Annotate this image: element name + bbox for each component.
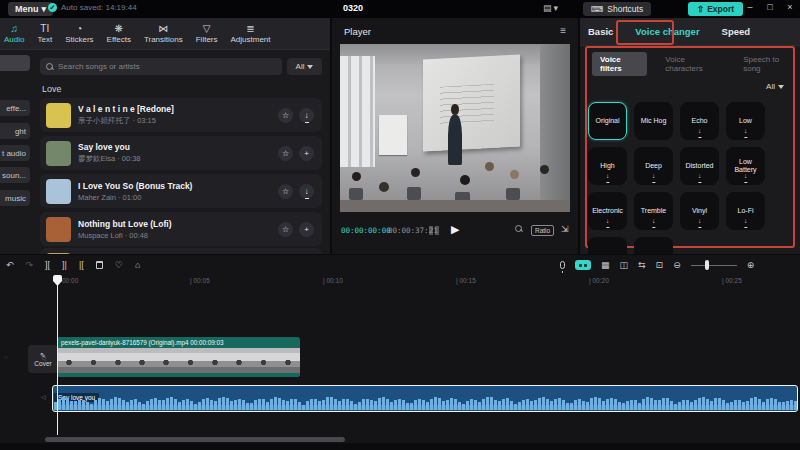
workspace-layout-button[interactable]: ▤ ▾	[543, 3, 558, 13]
voice-subtab-speech-to-song[interactable]: Speech to song	[735, 52, 800, 76]
fullscreen-icon[interactable]: ⇲	[561, 224, 569, 234]
timeline-ruler[interactable]: 00:00| 00:05| 00:10| 00:15| 00:20| 00:25	[0, 275, 800, 289]
scene-audience-head	[540, 165, 549, 174]
voice-filter-tile-deep[interactable]: Deep↓	[634, 147, 673, 185]
download-icon: ↓	[698, 215, 701, 228]
close-button[interactable]: ×	[784, 2, 796, 12]
media-library-panel: ♫AudioTIText◔Stickers❋Effects⋈Transition…	[0, 18, 330, 254]
search-input[interactable]	[58, 62, 276, 71]
main-track-magnet-button[interactable]	[575, 260, 591, 270]
library-sidebar-item[interactable]	[0, 55, 30, 71]
library-sidebar-item[interactable]: soun...	[0, 167, 30, 183]
video-preview[interactable]	[340, 44, 570, 212]
media-tab-adjustment[interactable]: ≣Adjustment	[231, 23, 271, 44]
add-to-timeline-icon[interactable]: +	[299, 146, 314, 161]
zoom-slider[interactable]	[691, 260, 737, 270]
song-row[interactable]: V a l e n t i n e [Redone]亲子小姐拜托了 · 03:1…	[40, 98, 322, 132]
preview-axis-button[interactable]: ⇆	[638, 260, 646, 270]
media-tab-audio[interactable]: ♫Audio	[4, 23, 24, 44]
download-icon: ↓	[606, 170, 609, 183]
voice-filter-tile-vinyl[interactable]: Vinyl↓	[680, 192, 719, 230]
voice-filter-tile-distorted[interactable]: Distorted↓	[680, 147, 719, 185]
voice-filter-tile-high[interactable]: High↓	[588, 147, 627, 185]
voice-filter-tile-original[interactable]: Original	[588, 102, 627, 140]
zoom-out-button[interactable]: ⊖	[673, 260, 681, 270]
media-tab-text[interactable]: TIText	[37, 23, 52, 44]
play-button[interactable]: ▶	[451, 223, 459, 236]
redo-button[interactable]: ↷	[26, 260, 34, 270]
library-sidebar-item[interactable]: ght	[0, 123, 30, 139]
voice-filter-all-button[interactable]: All	[766, 82, 784, 91]
search-box[interactable]	[40, 58, 282, 75]
voice-subtab-voice-filters[interactable]: Voice filters	[592, 52, 647, 76]
settings-tab-speed[interactable]: Speed	[722, 26, 751, 37]
voice-filter-tile[interactable]	[634, 237, 673, 254]
favorite-star-icon[interactable]: ☆	[278, 184, 293, 199]
export-button[interactable]: ⇧ Export	[688, 2, 743, 16]
song-row[interactable]: I Love You So (Bonus Track)Maher Zain · …	[40, 174, 322, 208]
voice-filter-tile-echo[interactable]: Echo↓	[680, 102, 719, 140]
horizontal-scrollbar[interactable]	[45, 437, 345, 442]
mute-audio-track-icon[interactable]: ◁	[41, 393, 46, 400]
settings-tab-voice-changer[interactable]: Voice changer	[635, 26, 699, 37]
mute-track-icon[interactable]: ◁	[41, 354, 46, 361]
audio-clip[interactable]: Say love you	[52, 385, 798, 412]
scene-presenter	[447, 104, 463, 164]
media-tab-transitions[interactable]: ⋈Transitions	[144, 23, 183, 44]
tile-label: Deep	[645, 162, 662, 170]
voice-filter-tile-tremble[interactable]: Tremble↓	[634, 192, 673, 230]
library-sidebar-item[interactable]: effe...	[0, 100, 30, 116]
media-tab-effects[interactable]: ❋Effects	[107, 23, 131, 44]
maximize-button[interactable]: □	[764, 2, 776, 12]
tile-label: Lo-Fi	[738, 207, 754, 215]
voice-filter-tile-electronic[interactable]: Electronic↓	[588, 192, 627, 230]
add-to-timeline-icon[interactable]: +	[299, 222, 314, 237]
song-row[interactable]: Say love you廖梦款Elsa · 00:38☆+	[40, 136, 322, 170]
media-tab-filters[interactable]: ▽Filters	[196, 23, 218, 44]
favorite-star-icon[interactable]: ☆	[278, 222, 293, 237]
shortcuts-button[interactable]: ⌨ Shortcuts	[583, 2, 651, 16]
download-icon[interactable]: ↓	[299, 108, 314, 123]
ratio-button[interactable]: Ratio	[531, 225, 554, 236]
hide-track-icon[interactable]: ◌	[4, 354, 8, 360]
voice-filter-tile-lo-fi[interactable]: Lo-Fi↓	[726, 192, 765, 230]
voice-subtab-voice-characters[interactable]: Voice characters	[657, 52, 725, 76]
split-button[interactable]: ][	[45, 260, 50, 270]
link-button[interactable]: ◫	[620, 260, 629, 270]
settings-tab-basic[interactable]: Basic	[588, 26, 613, 37]
render-button[interactable]: ⊡	[656, 260, 664, 270]
download-icon[interactable]: ↓	[299, 184, 314, 199]
library-sidebar-item[interactable]: music	[0, 190, 30, 206]
zoom-in-button[interactable]: ⊕	[747, 260, 755, 270]
undo-button[interactable]: ↶	[6, 260, 14, 270]
favorite-star-icon[interactable]: ☆	[278, 108, 293, 123]
delete-left-button[interactable]: ]|	[62, 260, 67, 270]
video-clip[interactable]: pexels-pavel-daniyuk-8716579 (Original).…	[57, 337, 300, 377]
voice-filter-tile-mic-hog[interactable]: Mic Hog	[634, 102, 673, 140]
mask-button[interactable]: ♡	[115, 260, 123, 270]
song-row[interactable]: Wedding Day☆+	[40, 248, 322, 254]
voice-filter-tile[interactable]	[588, 237, 627, 254]
song-row[interactable]: Nothing but Love (Lofi)Muspace Lofi · 00…	[40, 212, 322, 246]
pause-icon[interactable]	[429, 226, 439, 235]
tile-label: Echo	[692, 117, 708, 125]
delete-button[interactable]	[96, 261, 103, 269]
library-sidebar-item[interactable]: t audio	[0, 145, 30, 161]
auto-pack-button[interactable]: ▦	[601, 260, 610, 270]
media-tab-stickers[interactable]: ◔Stickers	[65, 23, 93, 44]
crop-button[interactable]: ⌂	[135, 260, 140, 270]
voice-filter-tile-low[interactable]: Low↓	[726, 102, 765, 140]
media-tab-label: Text	[37, 35, 52, 44]
playhead-line[interactable]	[57, 275, 58, 435]
song-thumbnail	[46, 103, 71, 128]
music-filter-button[interactable]: All	[287, 58, 322, 75]
voice-filter-tile-low-battery[interactable]: Low Battery↓	[726, 147, 765, 185]
song-thumbnail	[46, 141, 71, 166]
favorite-star-icon[interactable]: ☆	[278, 146, 293, 161]
menu-button[interactable]: Menu ▾	[8, 2, 53, 16]
filmstrip-thumbnail	[81, 348, 105, 373]
player-menu-icon[interactable]: ≡	[560, 25, 566, 36]
delete-right-button[interactable]: |[	[79, 260, 84, 270]
minimize-button[interactable]: –	[744, 2, 756, 12]
microphone-button[interactable]	[560, 261, 565, 269]
